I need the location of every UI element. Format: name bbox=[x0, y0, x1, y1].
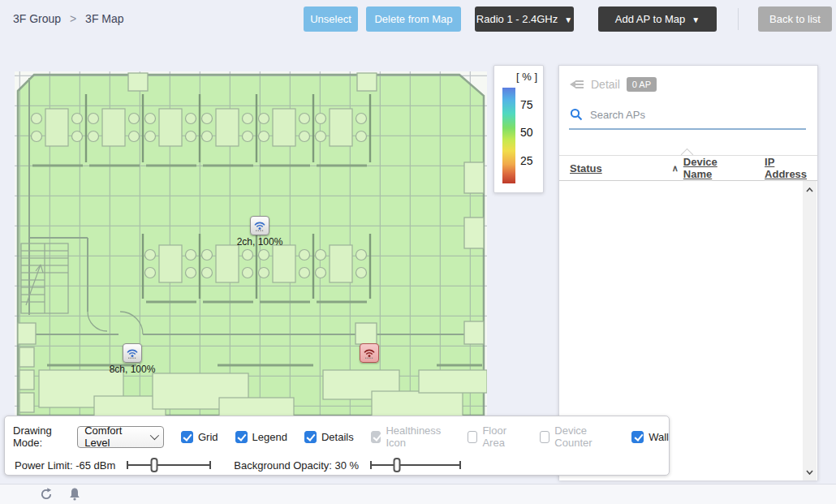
wifi-icon bbox=[253, 220, 266, 231]
breadcrumb: 3F Group > 3F Map bbox=[13, 12, 124, 25]
checkbox-icon bbox=[235, 431, 248, 443]
ap-count-badge: 0 AP bbox=[627, 77, 657, 92]
legend-tick: 50 bbox=[520, 126, 533, 139]
background-opacity-slider[interactable] bbox=[370, 457, 461, 473]
toolbar-divider bbox=[738, 8, 739, 30]
scroll-down-icon[interactable] bbox=[803, 465, 817, 479]
checkbox-floor-area: Floor Area bbox=[468, 424, 523, 449]
ap-label: 8ch, 100% bbox=[110, 364, 156, 375]
ap-marker-2ch[interactable] bbox=[250, 216, 269, 235]
legend-tick: 75 bbox=[520, 98, 533, 111]
bell-icon[interactable] bbox=[68, 487, 81, 502]
checkbox-icon bbox=[540, 431, 550, 443]
checkbox-icon bbox=[468, 431, 478, 443]
breadcrumb-separator: > bbox=[70, 12, 76, 25]
footer-bar bbox=[0, 484, 836, 504]
checkbox-icon bbox=[631, 431, 644, 443]
radio-select-dropdown[interactable]: Radio 1 - 2.4GHz▼ bbox=[475, 6, 574, 32]
checkbox-icon bbox=[371, 431, 381, 443]
chevron-down-icon bbox=[150, 431, 159, 440]
collapse-arrow-icon[interactable] bbox=[570, 79, 584, 90]
detail-panel-title: Detail bbox=[591, 78, 620, 91]
wifi-icon bbox=[126, 347, 139, 359]
legend-gradient-bar bbox=[502, 88, 515, 183]
ap-marker-alert[interactable] bbox=[360, 343, 379, 363]
power-limit-slider[interactable] bbox=[127, 457, 211, 473]
checkbox-details[interactable]: Details bbox=[304, 431, 354, 443]
drawing-mode-select[interactable]: Comfort Level bbox=[77, 426, 164, 448]
checkbox-device-counter: Device Counter bbox=[540, 424, 615, 449]
ap-marker-8ch[interactable] bbox=[123, 343, 142, 363]
slider-thumb[interactable] bbox=[150, 458, 157, 472]
unselect-button[interactable]: Unselect bbox=[304, 6, 358, 32]
comfort-legend: [ % ] 75 50 25 bbox=[493, 65, 544, 193]
sort-asc-icon: ∧ bbox=[672, 163, 679, 174]
map-controls-panel: Drawing Mode: Comfort Level Grid Legend … bbox=[4, 416, 670, 476]
breadcrumb-group-link[interactable]: 3F Group bbox=[13, 12, 61, 25]
search-icon bbox=[570, 108, 583, 121]
breadcrumb-current-page: 3F Map bbox=[85, 12, 123, 25]
checkbox-wall[interactable]: Wall bbox=[631, 431, 669, 443]
checkbox-legend[interactable]: Legend bbox=[235, 431, 287, 443]
delete-from-map-button[interactable]: Delete from Map bbox=[366, 6, 461, 32]
floor-map-canvas[interactable]: 2ch, 100% 8ch, 100% bbox=[15, 71, 487, 416]
background-opacity-label: Background Opacity: 30 % bbox=[234, 459, 359, 472]
back-to-list-button[interactable]: Back to list bbox=[758, 6, 832, 32]
power-limit-label: Power Limit: -65 dBm bbox=[15, 459, 115, 472]
checkbox-icon bbox=[181, 431, 193, 443]
slider-thumb[interactable] bbox=[393, 458, 400, 472]
column-device-name[interactable]: Device Name bbox=[683, 156, 747, 180]
checkbox-grid[interactable]: Grid bbox=[181, 431, 218, 443]
chevron-down-icon: ▼ bbox=[692, 15, 700, 24]
wifi-icon bbox=[363, 347, 376, 359]
ap-table-header: Status ∧ Device Name IP Address bbox=[559, 155, 817, 181]
checkbox-icon bbox=[304, 431, 317, 443]
ap-label: 2ch, 100% bbox=[237, 236, 283, 248]
search-input[interactable] bbox=[590, 109, 793, 121]
column-status[interactable]: Status bbox=[570, 162, 602, 174]
search-underline bbox=[569, 128, 806, 130]
legend-title: [ % ] bbox=[516, 71, 537, 83]
drawing-mode-label: Drawing Mode: bbox=[13, 424, 72, 449]
legend-tick: 25 bbox=[520, 154, 533, 167]
add-ap-to-map-dropdown[interactable]: Add AP to Map▼ bbox=[598, 6, 717, 32]
chevron-down-icon: ▼ bbox=[564, 15, 572, 24]
scrollbar[interactable] bbox=[803, 181, 817, 480]
column-ip-address[interactable]: IP Address bbox=[765, 156, 817, 180]
scroll-up-icon[interactable] bbox=[803, 183, 817, 196]
refresh-icon[interactable] bbox=[39, 487, 54, 502]
checkbox-healthiness-icon: Healthiness Icon bbox=[371, 424, 450, 449]
